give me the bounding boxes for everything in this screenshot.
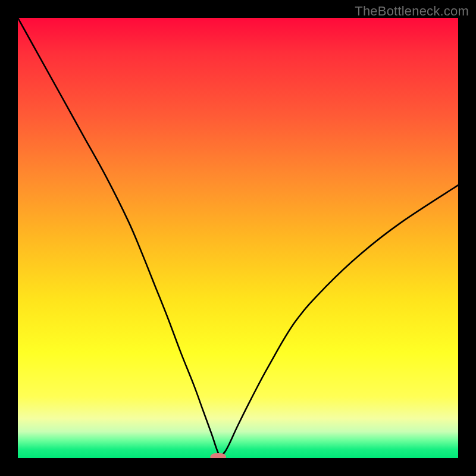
chart-frame: TheBottleneck.com xyxy=(0,0,476,476)
gradient-plot-area xyxy=(18,18,458,458)
watermark-text: TheBottleneck.com xyxy=(355,4,469,19)
